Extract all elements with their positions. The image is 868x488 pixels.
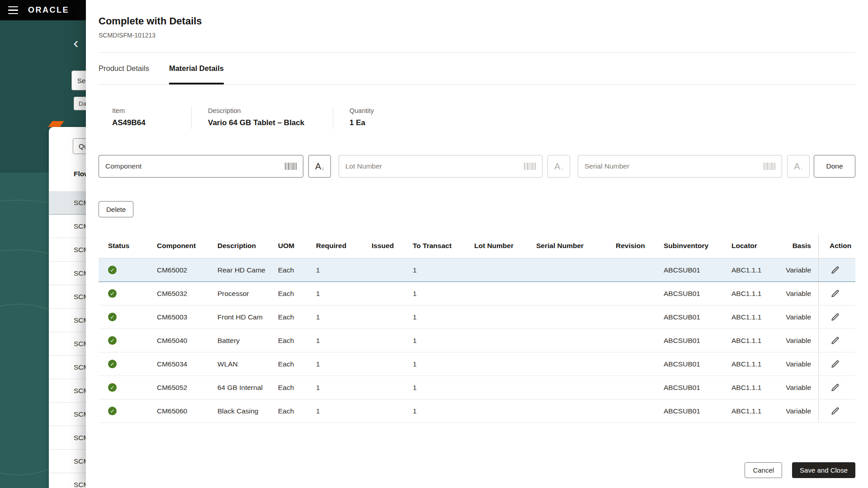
barcode-scan-icon [524,162,536,170]
success-check-icon: ✓ [108,383,117,392]
description-label: Description [208,107,316,114]
table-row[interactable]: ✓ CM65032 Processor Each 1 1 ABCSUB01 AB… [99,282,855,305]
component-cell: CM65052 [147,384,208,392]
subinventory-cell: ABCSUB01 [654,290,722,298]
component-cell: CM65040 [147,337,208,345]
action-cell [818,305,855,328]
table-row[interactable]: ✓ CM65040 Battery Each 1 1 ABCSUB01 ABC1… [99,329,855,352]
action-cell [818,282,855,305]
uom-cell: Each [269,290,307,298]
description-cell: Processor [208,290,269,298]
locator-cell: ABC1.1.1 [722,313,774,321]
quantity-value: 1 Ea [349,118,374,127]
keyboard-entry-icon: A [794,162,800,171]
edit-row-button[interactable] [830,288,840,299]
column-header-revision: Revision [606,242,654,250]
material-table-header: Status Component Description UOM Require… [99,234,855,258]
serial-number-scan-input[interactable]: Serial Number [578,155,782,178]
description-cell: Black Casing [208,407,269,415]
material-table: Status Component Description UOM Require… [99,234,855,423]
keyboard-entry-button[interactable]: A ↓ [308,155,331,178]
menu-hamburger-icon[interactable] [8,6,19,14]
panel-footer: Cancel Save and Close [745,462,855,478]
success-check-icon: ✓ [108,360,117,368]
uom-cell: Each [269,407,307,415]
keyboard-entry-button[interactable]: A ↓ [787,155,810,178]
action-cell [818,399,855,422]
column-header-description: Description [208,242,269,250]
to-transact-cell: 1 [403,313,465,321]
edit-row-button[interactable] [830,335,840,346]
column-header-to-transact: To Transact [403,242,465,250]
basis-cell: Variable [774,266,818,274]
delete-button[interactable]: Delete [99,201,133,217]
basis-cell: Variable [774,407,818,415]
subinventory-cell: ABCSUB01 [654,313,722,321]
oracle-logo: ORACLE [28,5,69,15]
success-check-icon: ✓ [108,266,117,274]
item-value: AS49B64 [112,118,175,127]
edit-row-button[interactable] [830,265,840,276]
locator-cell: ABC1.1.1 [722,407,774,415]
action-cell [818,376,855,399]
to-transact-cell: 1 [403,384,465,392]
success-check-icon: ✓ [108,313,117,321]
edit-row-button[interactable] [830,312,840,323]
component-cell: CM65060 [147,407,208,415]
component-scan-input[interactable]: Component [99,155,303,178]
action-cell [818,258,855,282]
component-cell: CM65034 [147,360,208,368]
action-cell [818,352,855,375]
description-cell: Rear HD Came [208,266,269,274]
status-cell: ✓ [99,407,147,415]
column-header-basis: Basis [774,242,818,250]
edit-row-button[interactable] [830,406,840,417]
pencil-icon [830,289,840,298]
lot-number-scan-input[interactable]: Lot Number [339,155,542,178]
success-check-icon: ✓ [108,289,117,298]
keyboard-entry-arrow-icon: ↓ [561,166,563,171]
table-row[interactable]: ✓ CM65003 Front HD Cam Each 1 1 ABCSUB01… [99,305,855,329]
column-header-serial-number: Serial Number [527,242,606,250]
component-input-label: Component [105,162,285,170]
back-chevron-icon[interactable]: ‹ [68,34,84,51]
locator-cell: ABC1.1.1 [722,360,774,368]
quantity-label: Quantity [349,107,374,114]
success-check-icon: ✓ [108,407,117,415]
column-header-issued: Issued [362,242,403,250]
required-cell: 1 [307,290,362,298]
uom-cell: Each [269,360,307,368]
to-transact-cell: 1 [403,290,465,298]
item-label: Item [112,107,175,114]
table-row[interactable]: ✓ CM65002 Rear HD Came Each 1 1 ABCSUB01… [99,258,855,282]
edit-row-button[interactable] [830,382,840,393]
required-cell: 1 [307,360,362,368]
table-row[interactable]: ✓ CM65060 Black Casing Each 1 1 ABCSUB01… [99,399,855,423]
description-cell: WLAN [208,360,269,368]
locator-cell: ABC1.1.1 [722,290,774,298]
tab-material-details[interactable]: Material Details [169,53,224,84]
subinventory-cell: ABCSUB01 [654,384,722,392]
status-cell: ✓ [99,360,147,368]
description-value: Vario 64 GB Tablet – Black [208,118,316,127]
keyboard-entry-button[interactable]: A ↓ [547,155,570,178]
component-cell: CM65003 [147,313,208,321]
tab-product-details[interactable]: Product Details [99,53,149,84]
uom-cell: Each [269,266,307,274]
basis-cell: Variable [774,337,818,345]
done-button[interactable]: Done [814,155,855,178]
save-and-close-button[interactable]: Save and Close [792,462,855,478]
basis-cell: Variable [774,384,818,392]
cancel-button[interactable]: Cancel [745,462,782,478]
description-cell: Battery [208,337,269,345]
basis-cell: Variable [774,313,818,321]
required-cell: 1 [307,337,362,345]
component-cell: CM65002 [147,266,208,274]
edit-row-button[interactable] [830,359,840,370]
table-row[interactable]: ✓ CM65034 WLAN Each 1 1 ABCSUB01 ABC1.1.… [99,352,855,376]
subinventory-cell: ABCSUB01 [654,407,722,415]
table-row[interactable]: ✓ CM65052 64 GB Internal Each 1 1 ABCSUB… [99,376,855,399]
uom-cell: Each [269,384,307,392]
status-cell: ✓ [99,383,147,392]
subinventory-cell: ABCSUB01 [654,266,722,274]
